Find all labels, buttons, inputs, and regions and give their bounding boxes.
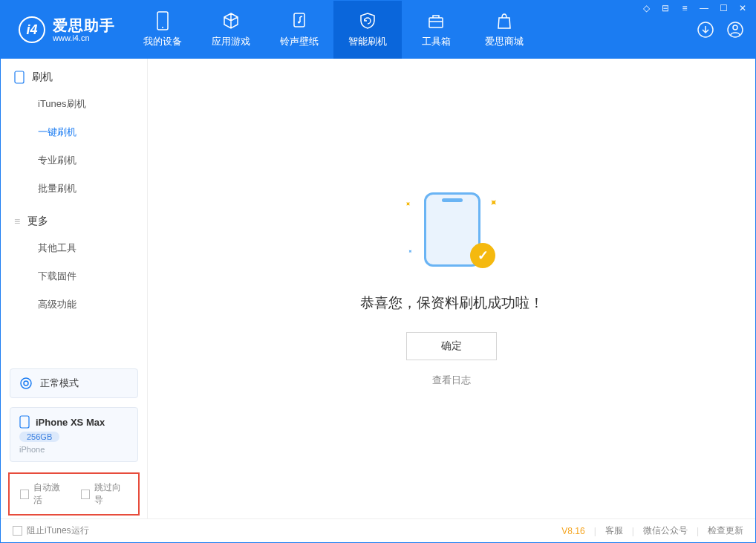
sidebar-group-more: ≡ 更多	[1, 203, 147, 234]
checkbox-icon	[81, 490, 90, 499]
svg-point-9	[21, 378, 31, 388]
bag-icon	[495, 11, 514, 30]
ok-button[interactable]: 确定	[406, 332, 497, 360]
svg-point-1	[162, 27, 163, 28]
main-content: ✦ ✦ ✦ ✓ 恭喜您，保资料刷机成功啦！ 确定 查看日志	[148, 59, 755, 518]
success-illustration: ✦ ✦ ✦ ✓	[403, 191, 500, 273]
checkbox-label: 自动激活	[33, 481, 67, 507]
refresh-shield-icon	[358, 11, 377, 30]
close-button[interactable]: ✕	[737, 3, 749, 13]
group-label: 更多	[27, 215, 48, 228]
toolbox-icon	[426, 11, 446, 30]
device-card[interactable]: iPhone XS Max 256GB iPhone	[10, 407, 138, 462]
divider: |	[697, 526, 699, 536]
footer: 阻止iTunes运行 V8.16 | 客服 | 微信公众号 | 检查更新	[1, 518, 755, 542]
tab-my-device[interactable]: 我的设备	[128, 1, 197, 59]
group-label: 刷机	[32, 71, 53, 84]
auto-activate-checkbox[interactable]: 自动激活	[20, 481, 68, 507]
app-title: 爱思助手	[53, 17, 115, 33]
sidebar-item-download-fw[interactable]: 下载固件	[1, 262, 147, 290]
main-tabs: 我的设备 应用游戏 铃声壁纸 智能刷机 工具箱 爱思商城	[128, 1, 538, 59]
svg-rect-4	[429, 18, 443, 27]
tab-label: 智能刷机	[348, 35, 387, 48]
tab-toolbox[interactable]: 工具箱	[402, 1, 470, 59]
tab-label: 我的设备	[143, 35, 182, 48]
phone-icon	[153, 11, 172, 30]
support-link[interactable]: 客服	[605, 524, 623, 537]
tab-label: 爱思商城	[485, 35, 524, 48]
svg-rect-2	[294, 13, 304, 27]
divider: |	[594, 526, 596, 536]
sidebar-item-advanced[interactable]: 高级功能	[1, 290, 147, 319]
skin-icon[interactable]: ◇	[640, 3, 652, 13]
tab-flash[interactable]: 智能刷机	[333, 1, 402, 59]
check-badge-icon: ✓	[470, 243, 495, 268]
checkbox-icon	[20, 490, 29, 499]
checkbox-label: 阻止iTunes运行	[27, 524, 89, 537]
check-update-link[interactable]: 检查更新	[708, 524, 743, 537]
sidebar-group-flash: 刷机	[1, 59, 147, 90]
sidebar-item-batch-flash[interactable]: 批量刷机	[1, 175, 147, 203]
device-name-text: iPhone XS Max	[36, 417, 105, 428]
sidebar-item-other-tools[interactable]: 其他工具	[1, 234, 147, 262]
tab-label: 工具箱	[422, 35, 451, 48]
skip-guide-checkbox[interactable]: 跳过向导	[81, 481, 128, 507]
menu-icon[interactable]: ≡	[679, 3, 691, 13]
sync-icon	[19, 377, 33, 390]
tab-ringtone[interactable]: 铃声壁纸	[265, 1, 333, 59]
svg-rect-10	[20, 416, 29, 428]
svg-rect-8	[15, 71, 24, 83]
tab-label: 应用游戏	[212, 35, 250, 48]
app-subtitle: www.i4.cn	[53, 33, 115, 42]
list-icon: ≡	[14, 215, 20, 227]
divider: |	[632, 526, 634, 536]
window-controls: ◇ ⊟ ≡ ― ☐ ✕	[640, 3, 749, 13]
user-button[interactable]	[726, 20, 745, 39]
sidebar: 刷机 iTunes刷机 一键刷机 专业刷机 批量刷机 ≡ 更多 其他工具 下载固…	[1, 59, 148, 518]
block-itunes-checkbox[interactable]: 阻止iTunes运行	[13, 524, 89, 537]
options-row: 自动激活 跳过向导	[8, 472, 140, 516]
success-message: 恭喜您，保资料刷机成功啦！	[360, 293, 544, 313]
tab-label: 铃声壁纸	[280, 35, 319, 48]
sidebar-item-itunes-flash[interactable]: iTunes刷机	[1, 90, 147, 118]
svg-point-7	[733, 25, 737, 30]
checkbox-icon	[13, 526, 22, 536]
svg-point-3	[298, 22, 300, 24]
maximize-button[interactable]: ☐	[717, 3, 729, 13]
feedback-icon[interactable]: ⊟	[659, 3, 671, 13]
view-log-link[interactable]: 查看日志	[432, 374, 471, 387]
tab-apps[interactable]: 应用游戏	[197, 1, 265, 59]
cube-icon	[221, 11, 241, 30]
download-button[interactable]	[696, 20, 715, 39]
wechat-link[interactable]: 微信公众号	[643, 524, 688, 537]
device-icon	[19, 415, 30, 429]
device-type: iPhone	[19, 445, 45, 454]
checkbox-label: 跳过向导	[94, 481, 128, 507]
sidebar-item-one-key[interactable]: 一键刷机	[1, 118, 147, 146]
version-label: V8.16	[561, 526, 584, 536]
phone-small-icon	[14, 71, 25, 84]
minimize-button[interactable]: ―	[698, 3, 710, 13]
spark-icon: ✦	[486, 195, 501, 210]
spark-icon: ✦	[406, 247, 414, 255]
spark-icon: ✦	[403, 198, 412, 208]
tab-store[interactable]: 爱思商城	[470, 1, 538, 59]
sidebar-item-pro-flash[interactable]: 专业刷机	[1, 146, 147, 175]
mode-label: 正常模式	[40, 377, 79, 390]
logo-icon: i4	[19, 16, 45, 43]
music-icon	[290, 11, 309, 30]
logo-area: i4 爱思助手 www.i4.cn	[1, 1, 128, 59]
storage-badge: 256GB	[19, 432, 59, 442]
mode-card[interactable]: 正常模式	[10, 368, 138, 398]
